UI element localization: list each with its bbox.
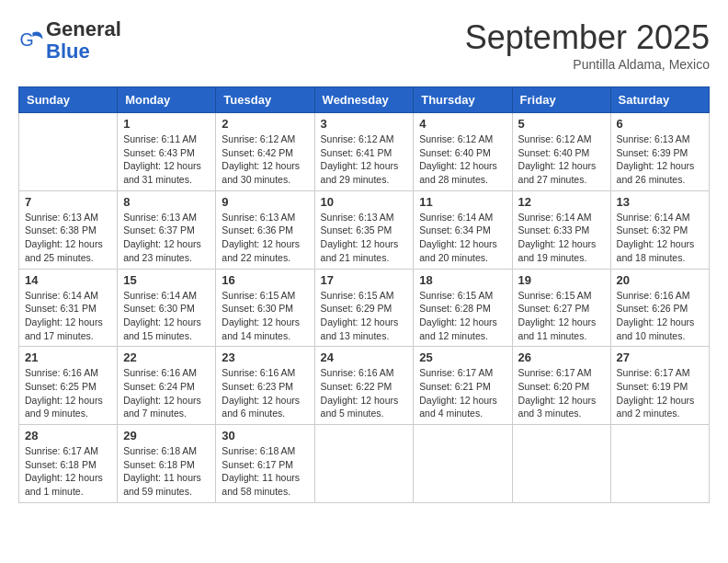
location-subtitle: Puntilla Aldama, Mexico — [465, 57, 710, 72]
title-block: September 2025 Puntilla Aldama, Mexico — [465, 18, 710, 72]
calendar-cell: 25Sunrise: 6:17 AM Sunset: 6:21 PM Dayli… — [414, 347, 512, 425]
day-info: Sunrise: 6:13 AM Sunset: 6:36 PM Dayligh… — [222, 211, 308, 265]
day-info: Sunrise: 6:17 AM Sunset: 6:20 PM Dayligh… — [518, 366, 605, 420]
logo-icon: G — [18, 28, 44, 53]
calendar-cell: 12Sunrise: 6:14 AM Sunset: 6:33 PM Dayli… — [512, 190, 610, 269]
calendar-cell: 17Sunrise: 6:15 AM Sunset: 6:29 PM Dayli… — [314, 269, 414, 347]
logo-general-text: General — [46, 17, 121, 40]
day-header-thursday: Thursday — [414, 87, 512, 113]
calendar-header-row: SundayMondayTuesdayWednesdayThursdayFrid… — [19, 87, 710, 113]
calendar-cell: 13Sunrise: 6:14 AM Sunset: 6:32 PM Dayli… — [610, 190, 709, 269]
calendar-cell: 3Sunrise: 6:12 AM Sunset: 6:41 PM Daylig… — [314, 113, 414, 191]
day-number: 10 — [321, 195, 408, 209]
day-number: 18 — [419, 273, 506, 287]
day-info: Sunrise: 6:14 AM Sunset: 6:32 PM Dayligh… — [617, 211, 703, 265]
day-header-sunday: Sunday — [19, 87, 118, 113]
calendar-cell: 23Sunrise: 6:16 AM Sunset: 6:23 PM Dayli… — [216, 347, 314, 425]
day-header-wednesday: Wednesday — [314, 87, 414, 113]
calendar-cell: 22Sunrise: 6:16 AM Sunset: 6:24 PM Dayli… — [118, 347, 216, 425]
day-number: 3 — [321, 117, 408, 131]
day-info: Sunrise: 6:11 AM Sunset: 6:43 PM Dayligh… — [123, 132, 210, 187]
calendar-cell: 10Sunrise: 6:13 AM Sunset: 6:35 PM Dayli… — [314, 190, 414, 269]
calendar-week-5: 28Sunrise: 6:17 AM Sunset: 6:18 PM Dayli… — [19, 425, 710, 503]
day-info: Sunrise: 6:12 AM Sunset: 6:40 PM Dayligh… — [419, 132, 506, 187]
day-number: 11 — [419, 195, 506, 209]
day-info: Sunrise: 6:16 AM Sunset: 6:24 PM Dayligh… — [123, 366, 210, 420]
day-info: Sunrise: 6:17 AM Sunset: 6:21 PM Dayligh… — [419, 366, 506, 420]
day-info: Sunrise: 6:16 AM Sunset: 6:22 PM Dayligh… — [321, 366, 408, 420]
calendar-week-2: 7Sunrise: 6:13 AM Sunset: 6:38 PM Daylig… — [19, 190, 710, 269]
day-info: Sunrise: 6:16 AM Sunset: 6:23 PM Dayligh… — [222, 366, 308, 420]
day-number: 24 — [321, 350, 408, 364]
day-number: 5 — [518, 117, 605, 131]
calendar-cell: 28Sunrise: 6:17 AM Sunset: 6:18 PM Dayli… — [19, 425, 118, 503]
day-info: Sunrise: 6:15 AM Sunset: 6:28 PM Dayligh… — [419, 289, 506, 343]
calendar-cell: 21Sunrise: 6:16 AM Sunset: 6:25 PM Dayli… — [19, 347, 118, 425]
calendar-cell — [414, 425, 512, 503]
day-info: Sunrise: 6:15 AM Sunset: 6:27 PM Dayligh… — [518, 289, 605, 343]
day-header-friday: Friday — [512, 87, 610, 113]
day-number: 12 — [518, 195, 605, 209]
calendar-cell: 6Sunrise: 6:13 AM Sunset: 6:39 PM Daylig… — [610, 113, 709, 191]
day-number: 29 — [123, 429, 210, 442]
day-info: Sunrise: 6:18 AM Sunset: 6:17 PM Dayligh… — [222, 444, 308, 499]
day-info: Sunrise: 6:14 AM Sunset: 6:31 PM Dayligh… — [25, 289, 111, 343]
day-info: Sunrise: 6:12 AM Sunset: 6:42 PM Dayligh… — [222, 132, 308, 187]
logo: G General Blue — [18, 18, 121, 63]
day-number: 22 — [123, 350, 210, 364]
calendar-cell: 26Sunrise: 6:17 AM Sunset: 6:20 PM Dayli… — [512, 347, 610, 425]
day-info: Sunrise: 6:16 AM Sunset: 6:26 PM Dayligh… — [617, 289, 703, 343]
day-number: 4 — [419, 117, 506, 131]
day-number: 23 — [222, 350, 308, 364]
logo-blue-text: Blue — [46, 40, 90, 63]
day-number: 20 — [617, 273, 703, 287]
month-title: September 2025 — [465, 18, 710, 57]
calendar-week-4: 21Sunrise: 6:16 AM Sunset: 6:25 PM Dayli… — [19, 347, 710, 425]
day-number: 26 — [518, 350, 605, 364]
day-info: Sunrise: 6:18 AM Sunset: 6:18 PM Dayligh… — [123, 444, 210, 499]
calendar-cell: 27Sunrise: 6:17 AM Sunset: 6:19 PM Dayli… — [610, 347, 709, 425]
day-number: 9 — [222, 195, 308, 209]
day-number: 27 — [617, 350, 703, 364]
day-info: Sunrise: 6:13 AM Sunset: 6:37 PM Dayligh… — [123, 211, 210, 265]
day-info: Sunrise: 6:12 AM Sunset: 6:41 PM Dayligh… — [321, 132, 408, 187]
day-number: 8 — [123, 195, 210, 209]
calendar-cell: 8Sunrise: 6:13 AM Sunset: 6:37 PM Daylig… — [118, 190, 216, 269]
day-info: Sunrise: 6:15 AM Sunset: 6:30 PM Dayligh… — [222, 289, 308, 343]
day-number: 19 — [518, 273, 605, 287]
calendar-cell: 14Sunrise: 6:14 AM Sunset: 6:31 PM Dayli… — [19, 269, 118, 347]
day-header-saturday: Saturday — [610, 87, 709, 113]
calendar-cell: 18Sunrise: 6:15 AM Sunset: 6:28 PM Dayli… — [414, 269, 512, 347]
day-number: 25 — [419, 350, 506, 364]
calendar-table: SundayMondayTuesdayWednesdayThursdayFrid… — [18, 86, 710, 503]
day-info: Sunrise: 6:13 AM Sunset: 6:38 PM Dayligh… — [25, 211, 111, 265]
day-number: 28 — [25, 429, 111, 442]
day-number: 6 — [617, 117, 703, 131]
day-number: 13 — [617, 195, 703, 209]
calendar-cell — [19, 113, 118, 191]
calendar-cell — [314, 425, 414, 503]
day-number: 30 — [222, 429, 308, 442]
day-header-monday: Monday — [118, 87, 216, 113]
calendar-cell: 15Sunrise: 6:14 AM Sunset: 6:30 PM Dayli… — [118, 269, 216, 347]
calendar-cell: 19Sunrise: 6:15 AM Sunset: 6:27 PM Dayli… — [512, 269, 610, 347]
calendar-cell: 20Sunrise: 6:16 AM Sunset: 6:26 PM Dayli… — [610, 269, 709, 347]
calendar-cell: 5Sunrise: 6:12 AM Sunset: 6:40 PM Daylig… — [512, 113, 610, 191]
calendar-cell: 4Sunrise: 6:12 AM Sunset: 6:40 PM Daylig… — [414, 113, 512, 191]
day-number: 14 — [25, 273, 111, 287]
calendar-cell — [512, 425, 610, 503]
day-number: 7 — [25, 195, 111, 209]
day-info: Sunrise: 6:17 AM Sunset: 6:18 PM Dayligh… — [25, 444, 111, 499]
day-info: Sunrise: 6:14 AM Sunset: 6:34 PM Dayligh… — [419, 211, 506, 265]
svg-text:G: G — [19, 29, 33, 50]
day-number: 16 — [222, 273, 308, 287]
day-info: Sunrise: 6:14 AM Sunset: 6:33 PM Dayligh… — [518, 211, 605, 265]
calendar-week-3: 14Sunrise: 6:14 AM Sunset: 6:31 PM Dayli… — [19, 269, 710, 347]
calendar-cell: 9Sunrise: 6:13 AM Sunset: 6:36 PM Daylig… — [216, 190, 314, 269]
calendar-cell: 1Sunrise: 6:11 AM Sunset: 6:43 PM Daylig… — [118, 113, 216, 191]
calendar-cell: 24Sunrise: 6:16 AM Sunset: 6:22 PM Dayli… — [314, 347, 414, 425]
day-info: Sunrise: 6:15 AM Sunset: 6:29 PM Dayligh… — [321, 289, 408, 343]
day-info: Sunrise: 6:13 AM Sunset: 6:39 PM Dayligh… — [617, 132, 703, 187]
day-info: Sunrise: 6:12 AM Sunset: 6:40 PM Dayligh… — [518, 132, 605, 187]
calendar-cell: 7Sunrise: 6:13 AM Sunset: 6:38 PM Daylig… — [19, 190, 118, 269]
